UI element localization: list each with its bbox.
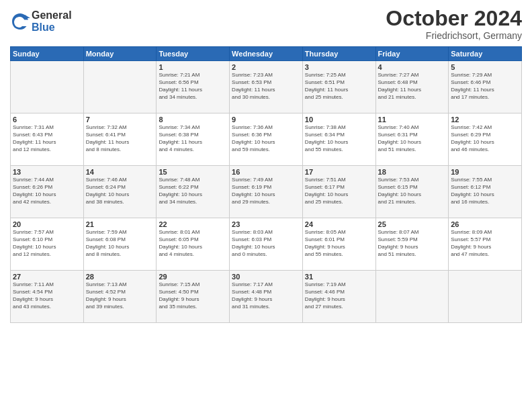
day-cell: 11Sunrise: 7:40 AMSunset: 6:31 PMDayligh… — [375, 113, 449, 166]
day-info: Sunrise: 7:13 AMSunset: 4:52 PMDaylight:… — [86, 281, 154, 310]
location-subtitle: Friedrichsort, Germany — [386, 30, 522, 41]
day-cell: 6Sunrise: 7:31 AMSunset: 6:43 PMDaylight… — [11, 113, 84, 166]
day-cell: 18Sunrise: 7:53 AMSunset: 6:15 PMDayligh… — [375, 166, 449, 218]
day-info: Sunrise: 8:09 AMSunset: 5:57 PMDaylight:… — [451, 229, 519, 258]
day-info: Sunrise: 7:11 AMSunset: 4:54 PMDaylight:… — [13, 281, 81, 310]
day-cell — [375, 271, 449, 323]
day-info: Sunrise: 7:17 AMSunset: 4:48 PMDaylight:… — [232, 281, 300, 310]
day-info: Sunrise: 7:44 AMSunset: 6:26 PMDaylight:… — [13, 177, 81, 205]
day-cell: 31Sunrise: 7:19 AMSunset: 4:46 PMDayligh… — [302, 271, 375, 323]
day-number: 21 — [86, 220, 154, 228]
day-info: Sunrise: 7:23 AMSunset: 6:53 PMDaylight:… — [232, 72, 300, 101]
day-cell: 30Sunrise: 7:17 AMSunset: 4:48 PMDayligh… — [230, 271, 303, 323]
day-info: Sunrise: 7:38 AMSunset: 6:34 PMDaylight:… — [305, 124, 373, 153]
day-cell — [11, 61, 84, 113]
day-number: 31 — [305, 273, 373, 281]
col-sunday: Sunday — [11, 47, 84, 61]
day-cell — [449, 271, 522, 323]
day-cell: 3Sunrise: 7:25 AMSunset: 6:51 PMDaylight… — [302, 61, 375, 113]
day-cell: 16Sunrise: 7:49 AMSunset: 6:19 PMDayligh… — [230, 166, 303, 218]
logo-blue-text: Blue — [32, 21, 72, 34]
col-tuesday: Tuesday — [157, 47, 230, 61]
title-block: October 2024 Friedrichsort, Germany — [386, 7, 522, 41]
day-info: Sunrise: 7:32 AMSunset: 6:41 PMDaylight:… — [86, 124, 154, 153]
day-number: 30 — [232, 273, 300, 281]
day-cell: 23Sunrise: 8:03 AMSunset: 6:03 PMDayligh… — [230, 218, 303, 271]
day-info: Sunrise: 7:55 AMSunset: 6:12 PMDaylight:… — [451, 177, 519, 205]
day-info: Sunrise: 7:27 AMSunset: 6:48 PMDaylight:… — [378, 72, 447, 101]
day-number: 6 — [13, 116, 81, 124]
day-info: Sunrise: 7:51 AMSunset: 6:17 PMDaylight:… — [305, 177, 373, 205]
day-cell: 10Sunrise: 7:38 AMSunset: 6:34 PMDayligh… — [302, 113, 375, 166]
day-number: 29 — [159, 273, 227, 281]
week-row-3: 13Sunrise: 7:44 AMSunset: 6:26 PMDayligh… — [11, 166, 522, 218]
day-info: Sunrise: 7:19 AMSunset: 4:46 PMDaylight:… — [305, 281, 373, 310]
day-info: Sunrise: 8:05 AMSunset: 6:01 PMDaylight:… — [305, 229, 373, 258]
day-cell: 15Sunrise: 7:48 AMSunset: 6:22 PMDayligh… — [157, 166, 230, 218]
day-number: 17 — [305, 168, 373, 176]
header: General Blue October 2024 Friedrichsort,… — [10, 7, 522, 41]
day-number: 9 — [232, 116, 300, 124]
logo-icon — [10, 11, 30, 32]
day-info: Sunrise: 8:07 AMSunset: 5:59 PMDaylight:… — [378, 229, 447, 258]
day-number: 13 — [13, 168, 81, 176]
day-number: 22 — [159, 220, 227, 228]
day-cell: 19Sunrise: 7:55 AMSunset: 6:12 PMDayligh… — [449, 166, 522, 218]
day-number: 8 — [159, 116, 227, 124]
day-info: Sunrise: 8:01 AMSunset: 6:05 PMDaylight:… — [159, 229, 227, 258]
day-cell: 2Sunrise: 7:23 AMSunset: 6:53 PMDaylight… — [230, 61, 303, 113]
day-number: 5 — [451, 63, 519, 71]
col-saturday: Saturday — [449, 47, 522, 61]
day-cell: 17Sunrise: 7:51 AMSunset: 6:17 PMDayligh… — [302, 166, 375, 218]
day-info: Sunrise: 7:15 AMSunset: 4:50 PMDaylight:… — [159, 281, 227, 310]
calendar-page: General Blue October 2024 Friedrichsort,… — [0, 0, 532, 411]
day-info: Sunrise: 7:40 AMSunset: 6:31 PMDaylight:… — [378, 124, 447, 153]
day-info: Sunrise: 7:29 AMSunset: 6:46 PMDaylight:… — [451, 72, 519, 101]
day-number: 20 — [13, 220, 81, 228]
header-row: Sunday Monday Tuesday Wednesday Thursday… — [11, 47, 522, 61]
day-cell: 21Sunrise: 7:59 AMSunset: 6:08 PMDayligh… — [83, 218, 157, 271]
day-cell: 22Sunrise: 8:01 AMSunset: 6:05 PMDayligh… — [157, 218, 230, 271]
day-cell: 24Sunrise: 8:05 AMSunset: 6:01 PMDayligh… — [302, 218, 375, 271]
day-cell: 5Sunrise: 7:29 AMSunset: 6:46 PMDaylight… — [449, 61, 522, 113]
day-number: 11 — [378, 116, 447, 124]
day-info: Sunrise: 7:53 AMSunset: 6:15 PMDaylight:… — [378, 177, 447, 205]
day-cell: 29Sunrise: 7:15 AMSunset: 4:50 PMDayligh… — [157, 271, 230, 323]
day-info: Sunrise: 7:25 AMSunset: 6:51 PMDaylight:… — [305, 72, 373, 101]
day-cell: 25Sunrise: 8:07 AMSunset: 5:59 PMDayligh… — [375, 218, 449, 271]
day-number: 14 — [86, 168, 154, 176]
day-cell: 9Sunrise: 7:36 AMSunset: 6:36 PMDaylight… — [230, 113, 303, 166]
day-info: Sunrise: 7:36 AMSunset: 6:36 PMDaylight:… — [232, 124, 300, 153]
day-cell: 26Sunrise: 8:09 AMSunset: 5:57 PMDayligh… — [449, 218, 522, 271]
day-cell: 1Sunrise: 7:21 AMSunset: 6:56 PMDaylight… — [157, 61, 230, 113]
logo-text: General Blue — [32, 9, 72, 33]
day-info: Sunrise: 7:57 AMSunset: 6:10 PMDaylight:… — [13, 229, 81, 258]
day-info: Sunrise: 7:59 AMSunset: 6:08 PMDaylight:… — [86, 229, 154, 258]
day-number: 1 — [159, 63, 227, 71]
calendar-table: Sunday Monday Tuesday Wednesday Thursday… — [10, 46, 522, 323]
day-number: 12 — [451, 116, 519, 124]
day-cell: 13Sunrise: 7:44 AMSunset: 6:26 PMDayligh… — [11, 166, 84, 218]
month-title: October 2024 — [386, 7, 522, 30]
day-info: Sunrise: 7:21 AMSunset: 6:56 PMDaylight:… — [159, 72, 227, 101]
day-number: 7 — [86, 116, 154, 124]
day-info: Sunrise: 7:31 AMSunset: 6:43 PMDaylight:… — [13, 124, 81, 153]
day-cell: 12Sunrise: 7:42 AMSunset: 6:29 PMDayligh… — [449, 113, 522, 166]
day-number: 15 — [159, 168, 227, 176]
day-cell: 28Sunrise: 7:13 AMSunset: 4:52 PMDayligh… — [83, 271, 157, 323]
day-number: 3 — [305, 63, 373, 71]
day-info: Sunrise: 7:34 AMSunset: 6:38 PMDaylight:… — [159, 124, 227, 153]
day-number: 27 — [13, 273, 81, 281]
day-number: 18 — [378, 168, 447, 176]
logo: General Blue — [10, 9, 72, 33]
day-number: 23 — [232, 220, 300, 228]
day-number: 10 — [305, 116, 373, 124]
day-cell: 4Sunrise: 7:27 AMSunset: 6:48 PMDaylight… — [375, 61, 449, 113]
week-row-5: 27Sunrise: 7:11 AMSunset: 4:54 PMDayligh… — [11, 271, 522, 323]
day-number: 25 — [378, 220, 447, 228]
day-cell: 8Sunrise: 7:34 AMSunset: 6:38 PMDaylight… — [157, 113, 230, 166]
day-info: Sunrise: 7:49 AMSunset: 6:19 PMDaylight:… — [232, 177, 300, 205]
col-friday: Friday — [375, 47, 449, 61]
week-row-4: 20Sunrise: 7:57 AMSunset: 6:10 PMDayligh… — [11, 218, 522, 271]
week-row-1: 1Sunrise: 7:21 AMSunset: 6:56 PMDaylight… — [11, 61, 522, 113]
